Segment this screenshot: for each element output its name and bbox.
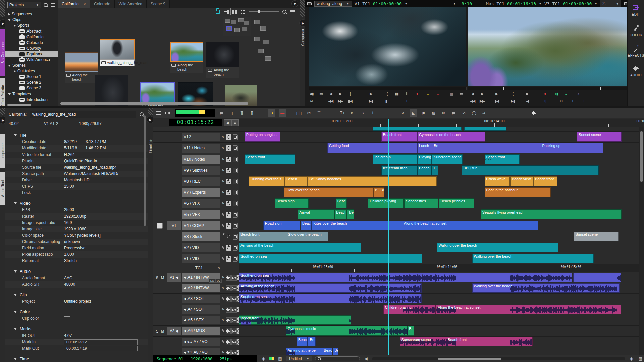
text-tool-icon[interactable]: T+ [339, 109, 346, 117]
source-track-chip[interactable]: A2 ◀ [167, 327, 181, 335]
sidebar-item-abstract[interactable]: Abstract [5, 28, 58, 34]
transport-button[interactable]: ● [542, 90, 548, 97]
timeline-clip[interactable]: Running over the s [249, 176, 285, 186]
track-power-icon[interactable] [226, 134, 231, 140]
timeline-search-input[interactable] [315, 356, 360, 361]
pencil-icon[interactable]: ✎ [220, 286, 226, 290]
track-power-icon[interactable] [226, 223, 231, 229]
track-waveform-icon[interactable] [226, 328, 231, 334]
track-header-a4[interactable]: ◀A4 / SOT✎SM [153, 304, 239, 315]
timeline-clip[interactable]: Road sign [263, 221, 301, 230]
timeline-clip[interactable]: Beach front [381, 132, 418, 142]
timeline-clip[interactable]: Ice cream man [381, 165, 417, 175]
track-monitor-icon[interactable] [233, 256, 238, 262]
pencil-icon[interactable]: ✎ [220, 224, 226, 228]
bin-clip-card[interactable]: walking_along_the_road [100, 39, 135, 66]
pencil-icon[interactable]: ✎ [220, 318, 226, 322]
track-lane-a4[interactable]: Children playingAlong the beach at sunse… [239, 304, 639, 315]
transport-button[interactable]: ⊜ [308, 98, 314, 104]
timeline-ruler[interactable]: 00:01:13:0000:01:14:0000:01:15:00 [239, 119, 644, 127]
track-header-v11[interactable]: V11 / Notes✎ [153, 143, 239, 154]
track-name-v4[interactable]: V4 / COMP [182, 221, 220, 230]
timeline-clip[interactable]: Sunset scene [577, 132, 622, 142]
main-divider[interactable] [0, 106, 644, 108]
transport-button[interactable]: [ [384, 90, 390, 97]
trim-a-tool-icon[interactable]: ][ [238, 109, 245, 117]
track-name-v3[interactable]: V3 / Stock [182, 232, 220, 241]
track-power-icon[interactable] [226, 179, 231, 184]
timeline-clip[interactable]: BBQ fun [462, 165, 599, 175]
timeline-clip[interactable]: Beach front [239, 315, 351, 325]
timeline-clip[interactable]: Sunscream scene [400, 337, 447, 346]
transport-button[interactable]: ▭ [318, 90, 324, 97]
sidebar-item-clips[interactable]: Clips [5, 17, 58, 23]
transport-button[interactable]: ≡ [563, 90, 569, 97]
transport-button[interactable]: +▮ [553, 90, 559, 97]
film-lines-icon[interactable]: ▤ [450, 109, 457, 117]
track-header-a5[interactable]: ◀A5 / SFX✎SM [153, 315, 239, 326]
sidebar-item-sports[interactable]: Sports [5, 23, 58, 28]
track-lane-a8[interactable]: Arriving at the beBeacBe [239, 347, 639, 355]
track-lane-v3[interactable]: Beach frontGlow over the beachSunset sce… [239, 231, 639, 242]
align-left-icon[interactable]: ⇤ [349, 109, 356, 117]
sidebar-item-equinox[interactable]: Equinox [5, 51, 58, 57]
track-lane-v10[interactable]: Beach frontIce creamPlayingSuncream scen… [239, 154, 639, 165]
disclosure-icon[interactable] [8, 65, 11, 67]
pencil-icon[interactable]: ✎ [220, 340, 226, 344]
track-lane-v13[interactable] [239, 127, 639, 132]
track-lane-tc1[interactable]: 00:01:13:0000:01:14:0000:01:15:00 [239, 264, 639, 272]
bin-tab-california[interactable]: California× [58, 0, 90, 8]
pencil-icon[interactable]: ✎ [220, 257, 226, 261]
timeline-clip[interactable]: Southed-on-sea [239, 294, 422, 303]
timeline-clip[interactable]: Putting on sunglas [245, 132, 280, 142]
timeline-clip[interactable]: Walking over the beach [472, 283, 620, 293]
track-name-v11[interactable]: V11 / Notes [182, 144, 220, 153]
transport-button[interactable]: ◀▮ [308, 90, 314, 97]
transport-button[interactable]: ▶ [494, 90, 500, 97]
transport-button[interactable]: ◀ [470, 90, 476, 97]
bin-tab-wild-america[interactable]: Wild America [115, 0, 147, 8]
clip-thumbnail[interactable] [170, 42, 203, 62]
track-header-v10[interactable]: V10 / Notes✎ [153, 154, 239, 165]
track-name-a3[interactable]: ◀A3 / SOT [182, 295, 220, 303]
timeline-clip[interactable]: Beach front [239, 232, 287, 241]
bin-hscrollbar[interactable] [60, 102, 248, 105]
tab-audio-tool[interactable]: Audio Tool [0, 172, 5, 205]
waveform-toggle-icon[interactable] [531, 109, 538, 117]
pencil-icon[interactable]: ✎ [220, 329, 226, 333]
section-header[interactable]: Color [5, 309, 148, 315]
record-position-bar[interactable] [468, 87, 628, 90]
track-monitor-icon[interactable] [233, 234, 238, 240]
timeline-timecode[interactable]: 00:01:15:22 [169, 119, 222, 126]
disclosure-icon[interactable] [14, 270, 17, 273]
track-name-v10[interactable]: V10 / Notes [182, 155, 220, 164]
timeline-clip[interactable]: B [373, 187, 379, 197]
transport-button[interactable]: ▮◀ [494, 98, 500, 104]
track-name-v12[interactable]: V12 [182, 133, 220, 141]
bin-menu-icon[interactable] [290, 9, 296, 14]
disclosure-icon[interactable] [14, 311, 17, 313]
track-monitor-icon[interactable] [233, 212, 238, 218]
track-header-a1[interactable]: SMA1 ◀◀A1 / INTVW✎SMEQDy [153, 272, 239, 283]
disclosure-icon[interactable] [8, 19, 11, 21]
track-power-icon[interactable] [226, 256, 231, 262]
disclosure-icon[interactable] [14, 24, 16, 27]
track-power-icon[interactable] [226, 234, 231, 240]
timeline-clip[interactable]: Lunch [417, 143, 433, 153]
track-header-v7[interactable]: V7 / Experts✎ [153, 187, 239, 198]
disclosure-icon[interactable] [14, 294, 17, 296]
track-lane-v9[interactable]: Ice cream manBeachCBBQ fun [239, 165, 639, 176]
clip-color-swatch[interactable] [64, 316, 70, 321]
sidebar-item-cowboy[interactable]: Cowboy [5, 46, 58, 51]
sidebar-item-templates[interactable]: Templates [5, 91, 58, 97]
timeline-clip[interactable]: Along the beach at sunset [402, 221, 538, 230]
timeline-menu-icon[interactable] [155, 109, 162, 117]
scroll-left-button[interactable]: ◀ [363, 355, 369, 362]
timeline-clip[interactable]: Arrival [298, 209, 334, 219]
track-monitor-icon[interactable] [233, 245, 238, 251]
pencil-icon[interactable]: ✎ [220, 146, 226, 150]
timeline-clip[interactable]: Beach front [446, 337, 533, 346]
keyframe-tool-icon[interactable]: ∨ [399, 109, 406, 117]
bin-tab-scene-9[interactable]: Scene 9 [147, 0, 170, 8]
track-name-a8[interactable]: ◀7.1A8 / VO [182, 348, 220, 355]
